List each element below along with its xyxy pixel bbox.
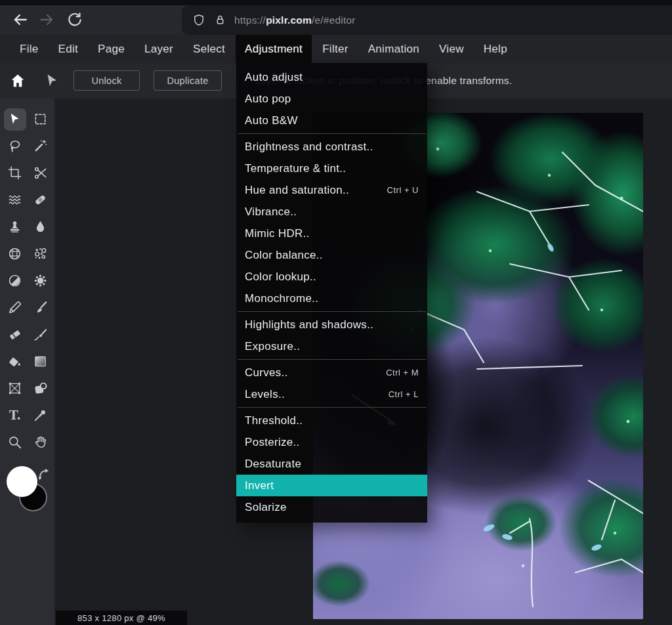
swap-colors-button[interactable] (37, 467, 51, 482)
tool-grid: T. (2, 106, 53, 456)
heal-tool[interactable] (30, 189, 52, 211)
window-top-strip (0, 0, 672, 5)
marquee-tool[interactable] (30, 108, 52, 131)
menu-edit[interactable]: Edit (49, 35, 88, 63)
drop-icon (33, 219, 48, 234)
status-bar: 853 x 1280 px @ 49% (56, 611, 187, 625)
browser-back-button[interactable] (12, 11, 29, 28)
pointer-tool-indicator[interactable] (43, 72, 60, 89)
menu-page[interactable]: Page (89, 35, 134, 63)
crop-tool[interactable] (4, 162, 26, 184)
menu-select[interactable]: Select (184, 35, 234, 63)
menu-item-temperature-tint[interactable]: Temperature & tint.. (236, 158, 427, 179)
hand-tool[interactable] (30, 431, 52, 454)
home-button[interactable] (9, 72, 26, 89)
fill-tool[interactable] (4, 351, 26, 373)
shield-icon (192, 13, 206, 28)
forward-arrow-icon (38, 11, 55, 28)
document-size-zoom: 853 x 1280 px @ 49% (77, 613, 165, 623)
menu-item-vibrance[interactable]: Vibrance.. (236, 201, 427, 223)
address-bar[interactable]: https://pixlr.com/e/#editor (182, 5, 672, 35)
text-tool[interactable]: T. (4, 404, 26, 427)
browser-forward-button[interactable] (38, 11, 55, 28)
menu-view[interactable]: View (430, 35, 473, 63)
marquee-icon (33, 112, 48, 127)
cursor-icon (7, 112, 22, 127)
pixelate-icon (7, 246, 22, 261)
browser-refresh-button[interactable] (66, 11, 83, 28)
menu-item-highlights-shadows[interactable]: Highlights and shadows.. (236, 314, 427, 335)
menu-item-curves[interactable]: Curves..Ctrl + M (236, 362, 427, 383)
text-tool-icon: T. (9, 408, 21, 422)
menu-item-exposure[interactable]: Exposure.. (236, 335, 427, 357)
pixelate-tool[interactable] (4, 243, 26, 265)
lock-icon (213, 13, 227, 27)
lasso-icon (7, 139, 22, 154)
brush-tool[interactable] (30, 297, 52, 319)
menu-file[interactable]: File (10, 35, 48, 63)
menu-item-mimic-hdr[interactable]: Mimic HDR.. (236, 223, 427, 244)
back-arrow-icon (12, 11, 29, 28)
magnifier-icon (7, 435, 22, 450)
menu-help[interactable]: Help (474, 35, 516, 63)
clone-stamp-tool[interactable] (4, 216, 26, 238)
pen-icon (7, 300, 22, 315)
color-picker-tool[interactable] (30, 404, 52, 427)
curve-brush-icon (33, 327, 48, 342)
liquify-icon (7, 192, 22, 207)
sharpen-tool[interactable] (30, 270, 52, 292)
brush-icon (33, 300, 48, 315)
zoom-tool[interactable] (4, 431, 26, 454)
frame-icon (7, 381, 22, 396)
adjustment-dropdown: Auto adjust Auto pop Auto B&W Brightness… (236, 63, 427, 523)
url-text[interactable]: https://pixlr.com/e/#editor (234, 14, 356, 26)
menu-filter[interactable]: Filter (313, 35, 358, 63)
menu-item-auto-pop[interactable]: Auto pop (236, 88, 427, 110)
home-icon (9, 72, 26, 89)
menu-adjustment[interactable]: Adjustment (236, 35, 312, 63)
crop-icon (7, 165, 22, 181)
menu-item-threshold[interactable]: Threshold.. (236, 410, 427, 431)
menu-item-solarize[interactable]: Solarize (236, 496, 427, 518)
unlock-button[interactable]: Unlock (74, 70, 140, 91)
scissors-tool[interactable] (30, 162, 52, 184)
eraser-tool[interactable] (4, 324, 26, 346)
menu-item-auto-adjust[interactable]: Auto adjust (236, 66, 427, 88)
refresh-icon (66, 11, 83, 28)
bokeh-dots-icon (33, 246, 48, 261)
duplicate-button[interactable]: Duplicate (154, 70, 222, 91)
frame-tool[interactable] (4, 377, 26, 400)
menu-item-auto-bw[interactable]: Auto B&W (236, 110, 427, 131)
bokeh-tool[interactable] (30, 243, 52, 265)
menu-item-desaturate[interactable]: Desaturate (236, 453, 427, 475)
shape-icon (33, 381, 48, 396)
drop-tool[interactable] (30, 216, 52, 238)
gradient-tool[interactable] (30, 351, 52, 373)
menu-item-brightness-contrast[interactable]: Brightness and contrast.. (236, 136, 427, 158)
menu-item-color-balance[interactable]: Color balance.. (236, 244, 427, 266)
menu-item-levels[interactable]: Levels..Ctrl + L (236, 383, 427, 405)
dodge-burn-tool[interactable] (4, 270, 26, 292)
menu-item-posterize[interactable]: Posterize.. (236, 431, 427, 453)
wand-tool[interactable] (30, 135, 52, 158)
menu-item-monochrome[interactable]: Monochrome.. (236, 288, 427, 309)
eraser-icon (7, 327, 22, 342)
tool-sidebar: T. (0, 98, 54, 625)
lasso-tool[interactable] (4, 135, 26, 158)
menu-animation[interactable]: Animation (359, 35, 429, 63)
shortcut-label: Ctrl + U (387, 185, 419, 195)
ink-tool[interactable] (30, 324, 52, 346)
menu-layer[interactable]: Layer (135, 35, 182, 63)
pen-tool[interactable] (4, 297, 26, 319)
foreground-color-swatch[interactable] (7, 466, 37, 497)
cursor-tool[interactable] (4, 108, 26, 131)
menu-item-color-lookup[interactable]: Color lookup.. (236, 266, 427, 288)
gradient-icon (33, 354, 48, 369)
shape-tool[interactable] (30, 377, 52, 400)
half-circle-icon (7, 273, 22, 288)
liquify-tool[interactable] (4, 189, 26, 211)
menu-item-invert[interactable]: Invert (236, 475, 427, 496)
swap-arrow-icon (37, 467, 51, 482)
menu-separator (238, 359, 426, 360)
menu-item-hue-saturation[interactable]: Hue and saturation..Ctrl + U (236, 179, 427, 201)
